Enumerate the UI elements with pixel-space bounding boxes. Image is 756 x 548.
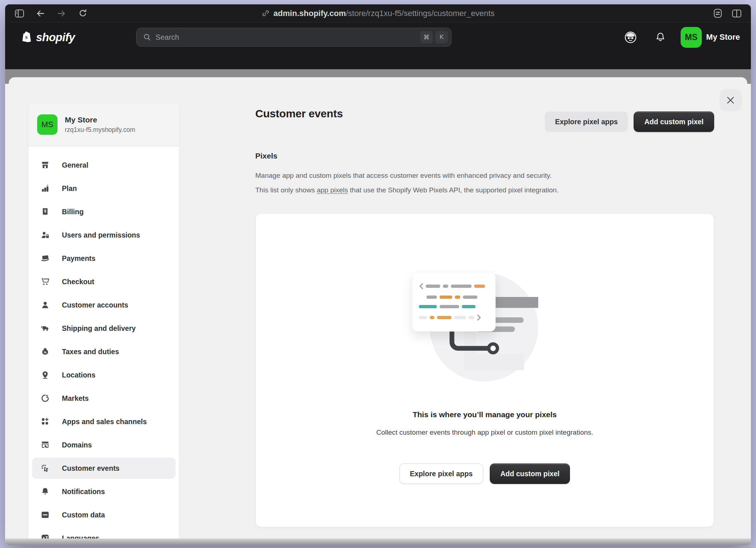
reload-icon[interactable]: [78, 9, 87, 18]
add-custom-pixel-button[interactable]: Add custom pixel: [634, 111, 714, 132]
store-card-name: My Store: [65, 116, 135, 124]
browser-toolbar: admin.shopify.com/store/rzq1xu-f5/settin…: [5, 4, 751, 23]
app-pixels-link[interactable]: app pixels: [317, 186, 348, 194]
sidebar-item-customer-accounts[interactable]: Customer accounts: [32, 294, 176, 316]
sidebar-item-checkout[interactable]: Checkout: [32, 271, 176, 292]
sidebar-item-taxes-and-duties[interactable]: %Taxes and duties: [32, 341, 176, 362]
sidebar-toggle-icon[interactable]: [15, 9, 24, 18]
empty-state-body: Collect customer events through app pixe…: [256, 428, 714, 437]
sidebar-item-users-and-permissions[interactable]: Users and permissions: [32, 224, 176, 246]
sidebar-item-label: Payments: [62, 254, 95, 263]
link-icon: [261, 9, 270, 17]
cursor-events-icon: [41, 464, 50, 473]
url-path: /store/rzq1xu-f5/settings/customer_event…: [346, 9, 495, 18]
truck-icon: [41, 324, 50, 333]
empty-explore-pixel-apps-button[interactable]: Explore pixel apps: [399, 463, 483, 484]
sidebar-item-label: Billing: [62, 208, 84, 216]
empty-state-heading: This is where you’ll manage your pixels: [256, 410, 714, 419]
chevron-right-icon: [477, 314, 481, 321]
connector-line-icon: [434, 331, 507, 361]
sidebar-item-payments[interactable]: Payments: [32, 248, 176, 269]
sidebar-item-label: Customer accounts: [62, 301, 128, 309]
sidebar-item-label: Shipping and delivery: [62, 324, 136, 333]
explore-pixel-apps-button[interactable]: Explore pixel apps: [545, 111, 628, 132]
url-field[interactable]: admin.shopify.com/store/rzq1xu-f5/settin…: [261, 4, 495, 22]
search-placeholder: Search: [155, 33, 417, 42]
pixels-section-heading: Pixels: [255, 152, 714, 160]
code-snippet-illustration: [412, 272, 496, 332]
split-view-icon[interactable]: [732, 9, 741, 18]
store-card-avatar: MS: [37, 114, 58, 135]
settings-modal: MS My Store rzq1xu-f5.myshopify.com Gene…: [9, 77, 747, 539]
search-input[interactable]: Search ⌘ K: [136, 28, 452, 47]
shopify-wordmark: shopify: [36, 31, 75, 44]
shopify-bag-icon: S: [21, 31, 34, 44]
cart-icon: [41, 277, 50, 286]
dimmed-page-strip: [5, 69, 751, 77]
globe-dollar-icon: $: [41, 394, 50, 403]
shopify-logo[interactable]: S shopify: [21, 31, 75, 44]
store-icon: [41, 161, 50, 169]
sidebar-item-languages[interactable]: ALanguages: [32, 528, 176, 539]
store-card-domain: rzq1xu-f5.myshopify.com: [65, 126, 135, 134]
notifications-bell-icon[interactable]: [655, 32, 666, 43]
sidebar-item-label: Apps and sales channels: [62, 418, 147, 426]
sidebar-item-apps-and-sales-channels[interactable]: Apps and sales channels: [32, 411, 176, 432]
pixels-description: Manage app and custom pixels that access…: [255, 168, 714, 197]
sidebar-item-billing[interactable]: $Billing: [32, 201, 176, 222]
k-keycap: K: [436, 31, 448, 43]
sidebar-item-label: Markets: [62, 394, 89, 403]
sidebar-item-customer-events[interactable]: Customer events: [32, 458, 176, 479]
svg-text:S: S: [25, 35, 27, 40]
svg-text:$: $: [46, 394, 48, 399]
custom-data-icon: [41, 510, 50, 519]
sidebar-item-label: Notifications: [62, 488, 105, 496]
store-avatar[interactable]: MS: [681, 27, 702, 48]
apps-grid-icon: [41, 417, 50, 426]
sidebar-item-plan[interactable]: Plan: [32, 178, 176, 199]
sidebar-item-label: Locations: [62, 371, 95, 379]
bell-icon: [41, 487, 50, 496]
billing-icon: $: [41, 207, 50, 216]
empty-add-custom-pixel-button[interactable]: Add custom pixel: [490, 463, 570, 484]
sidebar-nav-list: GeneralPlan$BillingUsers and permissions…: [28, 146, 179, 539]
sidebar-item-markets[interactable]: $Markets: [32, 388, 176, 409]
header-store-name[interactable]: My Store: [706, 32, 740, 42]
sidebar-item-label: Domains: [62, 441, 92, 449]
svg-text:%: %: [44, 351, 47, 354]
illustration-bar: [495, 297, 538, 308]
domain-window-icon: [41, 441, 50, 449]
pixels-empty-state-card: This is where you’ll manage your pixels …: [255, 213, 714, 527]
sidebar-item-shipping-and-delivery[interactable]: Shipping and delivery: [32, 318, 176, 339]
back-icon[interactable]: [36, 9, 45, 18]
search-icon: [143, 33, 151, 41]
close-button[interactable]: [720, 89, 741, 111]
sidebar-item-label: General: [62, 161, 88, 169]
sidebar-item-label: Users and permissions: [62, 231, 140, 239]
sidebar-item-general[interactable]: General: [32, 154, 176, 176]
settings-sidebar: MS My Store rzq1xu-f5.myshopify.com Gene…: [28, 103, 180, 539]
browser-window: admin.shopify.com/store/rzq1xu-f5/settin…: [5, 4, 751, 545]
sidebar-item-locations[interactable]: Locations: [32, 364, 176, 385]
person-icon: [41, 301, 50, 309]
sidebar-item-label: Plan: [62, 184, 77, 193]
sidebar-item-notifications[interactable]: Notifications: [32, 481, 176, 502]
url-domain: admin.shopify.com: [273, 9, 346, 18]
users-lock-icon: [41, 231, 50, 239]
sidebar-item-label: Custom data: [62, 511, 105, 519]
tax-bag-icon: %: [41, 347, 50, 356]
store-card[interactable]: MS My Store rzq1xu-f5.myshopify.com: [28, 103, 179, 146]
sidebar-item-custom-data[interactable]: Custom data: [32, 504, 176, 525]
command-keycap: ⌘: [420, 31, 433, 43]
payments-icon: [41, 254, 50, 263]
assistant-face-icon[interactable]: [624, 31, 637, 44]
close-icon: [726, 95, 735, 105]
forward-icon[interactable]: [57, 9, 66, 18]
page-settings-icon[interactable]: [713, 9, 722, 18]
sidebar-item-label: Languages: [62, 534, 99, 539]
svg-text:$: $: [44, 209, 46, 213]
sidebar-item-label: Taxes and duties: [62, 348, 119, 356]
sidebar-item-label: Customer events: [62, 464, 119, 473]
svg-text:A: A: [42, 536, 45, 539]
sidebar-item-domains[interactable]: Domains: [32, 434, 176, 455]
